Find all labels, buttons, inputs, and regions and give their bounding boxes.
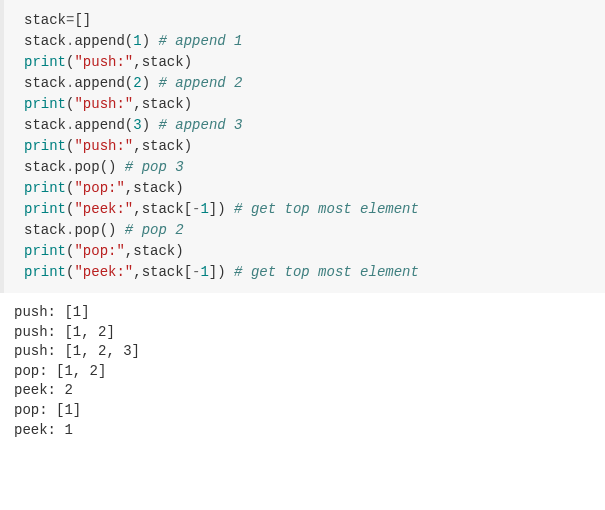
output-line: push: [1, 2, 3] bbox=[14, 342, 591, 362]
code-token: stack bbox=[24, 117, 66, 133]
code-token: append bbox=[74, 117, 124, 133]
code-token: append bbox=[74, 75, 124, 91]
code-token: 3 bbox=[133, 117, 141, 133]
code-token: print bbox=[24, 201, 66, 217]
code-token: print bbox=[24, 264, 66, 280]
code-token: # append 1 bbox=[158, 33, 242, 49]
code-token: [] bbox=[74, 12, 91, 28]
output-line: pop: [1, 2] bbox=[14, 362, 591, 382]
code-token: () bbox=[100, 222, 125, 238]
code-line: print("peek:",stack[-1]) # get top most … bbox=[24, 262, 585, 283]
code-token: ,stack) bbox=[125, 180, 184, 196]
code-token: "pop:" bbox=[74, 180, 124, 196]
code-token: ( bbox=[125, 117, 133, 133]
code-token: ,stack) bbox=[133, 138, 192, 154]
code-token: append bbox=[74, 33, 124, 49]
code-token: print bbox=[24, 180, 66, 196]
code-token: print bbox=[24, 138, 66, 154]
code-token: ]) bbox=[209, 201, 234, 217]
code-token: stack bbox=[24, 33, 66, 49]
code-token: ,stack) bbox=[133, 54, 192, 70]
code-line: print("push:",stack) bbox=[24, 94, 585, 115]
code-line: stack.pop() # pop 2 bbox=[24, 220, 585, 241]
code-cell: stack=[]stack.append(1) # append 1print(… bbox=[0, 0, 605, 293]
code-token: stack bbox=[24, 12, 66, 28]
code-token: "push:" bbox=[74, 96, 133, 112]
output-line: peek: 1 bbox=[14, 421, 591, 441]
output-cell: push: [1]push: [1, 2]push: [1, 2, 3]pop:… bbox=[0, 293, 605, 450]
code-line: print("push:",stack) bbox=[24, 136, 585, 157]
code-token: 1 bbox=[200, 264, 208, 280]
code-token: 2 bbox=[133, 75, 141, 91]
code-token: ) bbox=[142, 33, 159, 49]
code-token: ,stack) bbox=[125, 243, 184, 259]
code-token: () bbox=[100, 159, 125, 175]
code-token: ,stack[ bbox=[133, 264, 192, 280]
code-token: print bbox=[24, 243, 66, 259]
code-token: print bbox=[24, 96, 66, 112]
code-token: pop bbox=[74, 159, 99, 175]
code-token: ( bbox=[125, 75, 133, 91]
code-token: # pop 3 bbox=[125, 159, 184, 175]
code-line: stack=[] bbox=[24, 10, 585, 31]
code-token: # pop 2 bbox=[125, 222, 184, 238]
code-token: "pop:" bbox=[74, 243, 124, 259]
code-token: 1 bbox=[133, 33, 141, 49]
code-token: # append 3 bbox=[158, 117, 242, 133]
code-line: stack.append(2) # append 2 bbox=[24, 73, 585, 94]
output-line: push: [1] bbox=[14, 303, 591, 323]
code-token: pop bbox=[74, 222, 99, 238]
code-line: print("pop:",stack) bbox=[24, 178, 585, 199]
code-token: "peek:" bbox=[74, 264, 133, 280]
code-line: stack.pop() # pop 3 bbox=[24, 157, 585, 178]
code-token: 1 bbox=[200, 201, 208, 217]
output-line: push: [1, 2] bbox=[14, 323, 591, 343]
code-token: "push:" bbox=[74, 138, 133, 154]
code-token: "peek:" bbox=[74, 201, 133, 217]
code-token: ]) bbox=[209, 264, 234, 280]
code-token: stack bbox=[24, 222, 66, 238]
code-token: # get top most element bbox=[234, 201, 419, 217]
code-token: "push:" bbox=[74, 54, 133, 70]
code-token: # get top most element bbox=[234, 264, 419, 280]
code-line: print("push:",stack) bbox=[24, 52, 585, 73]
code-token: stack bbox=[24, 75, 66, 91]
code-line: print("peek:",stack[-1]) # get top most … bbox=[24, 199, 585, 220]
code-token: ) bbox=[142, 117, 159, 133]
code-token: print bbox=[24, 54, 66, 70]
output-line: pop: [1] bbox=[14, 401, 591, 421]
code-line: stack.append(3) # append 3 bbox=[24, 115, 585, 136]
code-token: ,stack[ bbox=[133, 201, 192, 217]
code-token: ( bbox=[125, 33, 133, 49]
output-line: peek: 2 bbox=[14, 381, 591, 401]
code-line: print("pop:",stack) bbox=[24, 241, 585, 262]
code-token: # append 2 bbox=[158, 75, 242, 91]
code-token: ) bbox=[142, 75, 159, 91]
code-token: ,stack) bbox=[133, 96, 192, 112]
code-token: stack bbox=[24, 159, 66, 175]
code-line: stack.append(1) # append 1 bbox=[24, 31, 585, 52]
